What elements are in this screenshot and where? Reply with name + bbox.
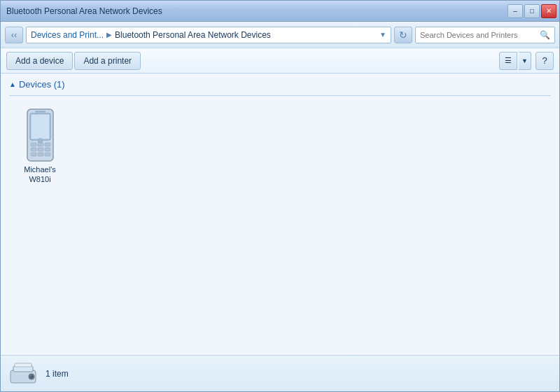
view-icon: ☰ [505, 56, 512, 65]
view-dropdown-button[interactable]: ▼ [519, 52, 531, 70]
devices-section-label: Devices (1) [19, 79, 65, 90]
main-content: ▲ Devices (1) [1, 74, 559, 355]
window-controls: – □ ✕ [507, 4, 556, 18]
svg-rect-16 [15, 363, 31, 367]
svg-rect-5 [38, 143, 43, 146]
status-item-count: 1 item [46, 369, 69, 379]
refresh-button[interactable]: ↻ [394, 27, 412, 43]
view-button[interactable]: ☰ [499, 52, 517, 70]
device-item-michaels-w810i[interactable]: Michael's W810i [12, 104, 68, 188]
printer-icon [9, 360, 37, 387]
main-window: Bluetooth Personal Area Network Devices … [0, 0, 560, 392]
svg-rect-9 [45, 148, 50, 151]
svg-rect-6 [45, 143, 50, 146]
device-name-label: Michael's W810i [15, 164, 65, 185]
toolbar: Add a device Add a printer ☰ ▼ ? [1, 48, 559, 74]
svg-rect-3 [35, 111, 46, 113]
devices-grid: Michael's W810i [9, 102, 551, 190]
add-printer-button[interactable]: Add a printer [74, 52, 141, 70]
chevron-down-icon: ▼ [522, 57, 528, 64]
svg-rect-7 [31, 148, 36, 151]
svg-point-19 [30, 375, 31, 377]
address-bar: ‹‹ Devices and Print... ▶ Bluetooth Pers… [1, 22, 559, 48]
close-button[interactable]: ✕ [541, 4, 556, 18]
status-device-icon [9, 360, 37, 388]
breadcrumb-parent-link[interactable]: Devices and Print... [31, 30, 104, 40]
help-icon: ? [542, 55, 547, 66]
search-box: 🔍 [415, 27, 555, 43]
add-device-label: Add a device [15, 56, 64, 66]
svg-rect-11 [38, 153, 43, 156]
phone-svg [24, 108, 56, 162]
collapse-arrow-icon[interactable]: ▲ [9, 80, 16, 88]
back-icon: ‹‹ [11, 29, 18, 40]
title-bar: Bluetooth Personal Area Network Devices … [1, 1, 559, 22]
breadcrumb-bar: Devices and Print... ▶ Bluetooth Persona… [26, 27, 391, 43]
nav-buttons: ‹‹ [5, 27, 23, 43]
svg-rect-4 [31, 143, 36, 146]
breadcrumb-expand-button[interactable]: ▼ [379, 31, 386, 38]
breadcrumb-separator: ▶ [106, 31, 112, 38]
status-bar: 1 item [1, 355, 559, 391]
section-divider [9, 95, 551, 96]
maximize-button[interactable]: □ [524, 4, 540, 18]
add-device-button[interactable]: Add a device [6, 52, 73, 70]
svg-rect-2 [31, 115, 49, 139]
search-icon[interactable]: 🔍 [540, 30, 550, 40]
help-button[interactable]: ? [536, 52, 554, 70]
device-icon-michaels-w810i [19, 107, 61, 163]
svg-point-13 [38, 139, 43, 144]
svg-point-18 [30, 374, 34, 378]
svg-rect-12 [45, 153, 50, 156]
refresh-icon: ↻ [399, 29, 407, 41]
breadcrumb-current: Bluetooth Personal Area Network Devices [115, 30, 271, 40]
search-input[interactable] [420, 31, 537, 39]
window-title: Bluetooth Personal Area Network Devices [6, 6, 162, 16]
svg-rect-10 [31, 153, 36, 156]
minimize-button[interactable]: – [507, 4, 523, 18]
add-printer-label: Add a printer [83, 56, 132, 66]
svg-rect-8 [38, 148, 43, 151]
devices-section-header: ▲ Devices (1) [9, 79, 551, 90]
back-button[interactable]: ‹‹ [5, 27, 23, 43]
